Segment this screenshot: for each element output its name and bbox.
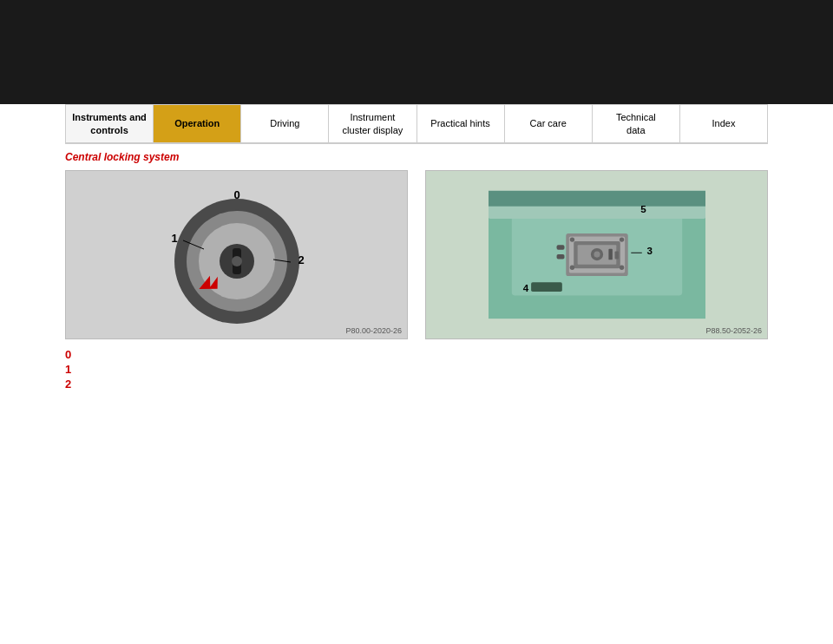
- door-svg: 5 3 4: [489, 183, 705, 326]
- nav-item-car-care[interactable]: Car care: [505, 105, 593, 142]
- label-2: 2: [65, 378, 768, 391]
- section-title: Central locking system: [65, 151, 768, 163]
- svg-rect-15: [489, 191, 705, 207]
- svg-point-29: [619, 266, 623, 270]
- svg-point-28: [569, 266, 574, 270]
- svg-text:4: 4: [522, 282, 528, 293]
- nav-item-technical-data[interactable]: Technicaldata: [593, 105, 680, 142]
- nav-item-driving[interactable]: Driving: [241, 105, 329, 142]
- content-area: Central locking system: [65, 151, 768, 391]
- svg-point-27: [619, 237, 623, 241]
- nav-item-instrument-cluster[interactable]: Instrumentcluster display: [329, 105, 416, 142]
- ignition-diagram: 0 1 2: [66, 171, 407, 338]
- svg-text:2: 2: [298, 253, 304, 266]
- label-1: 1: [65, 363, 768, 376]
- svg-point-5: [232, 256, 242, 266]
- svg-rect-33: [531, 282, 562, 292]
- right-image-caption: P88.50-2052-26: [705, 326, 762, 335]
- navigation-bar: Instruments and controls Operation Drivi…: [65, 104, 768, 144]
- svg-rect-14: [489, 205, 705, 219]
- page: Instruments and controls Operation Drivi…: [0, 104, 833, 644]
- ignition-diagram-container: 0 1 2 P80.00-2020-26: [65, 170, 408, 339]
- svg-rect-24: [556, 245, 564, 249]
- svg-rect-23: [614, 251, 618, 259]
- door-diagram: 5 3 4: [426, 171, 767, 338]
- svg-text:3: 3: [646, 245, 653, 256]
- svg-point-21: [594, 251, 600, 257]
- ignition-svg: 0 1 2: [150, 183, 324, 326]
- svg-rect-25: [556, 254, 564, 259]
- label-0: 0: [65, 348, 768, 361]
- nav-item-operation[interactable]: Operation: [154, 105, 241, 142]
- svg-point-26: [569, 237, 574, 241]
- nav-item-practical-hints[interactable]: Practical hints: [417, 105, 505, 142]
- svg-text:0: 0: [233, 188, 239, 201]
- svg-text:1: 1: [171, 232, 177, 245]
- nav-item-index[interactable]: Index: [680, 105, 767, 142]
- images-row: 0 1 2 P80.00-2020-26: [65, 170, 768, 339]
- svg-text:5: 5: [640, 203, 646, 214]
- labels-area: 0 1 2: [65, 348, 768, 391]
- door-diagram-container: 5 3 4 P88.50-2052-26: [425, 170, 768, 339]
- left-image-caption: P80.00-2020-26: [345, 326, 402, 335]
- svg-rect-22: [608, 249, 612, 260]
- nav-item-instruments[interactable]: Instruments and controls: [66, 105, 154, 142]
